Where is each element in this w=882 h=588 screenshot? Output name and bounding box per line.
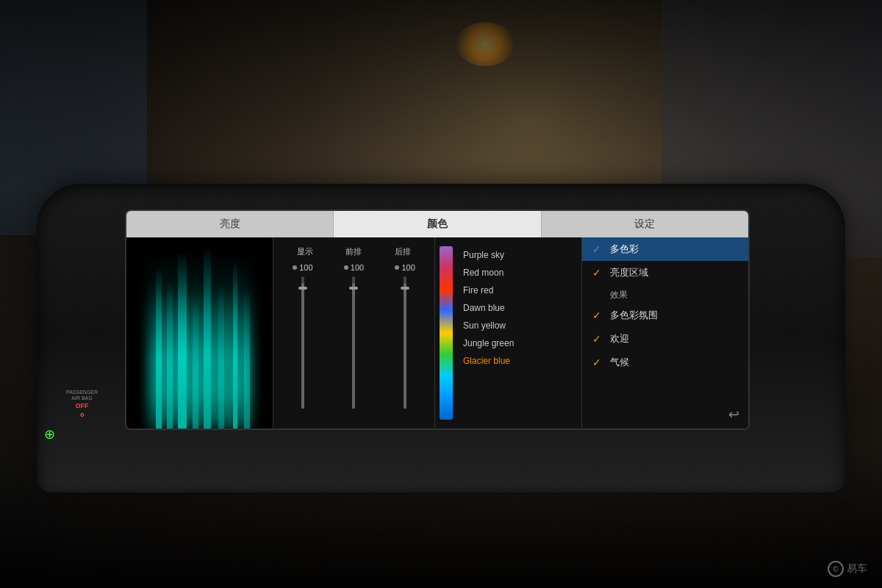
front-slider[interactable] <box>352 276 355 409</box>
color-item-jungle-green[interactable]: Jungle green <box>457 334 581 352</box>
color-item-glacier-blue[interactable]: Glacier blue <box>457 352 581 370</box>
streak-7 <box>233 259 237 429</box>
light-indicator: ⊕ <box>44 426 55 442</box>
brightness-header: 显示 前排 后排 <box>281 246 427 257</box>
brightness-panel: 显示 前排 后排 100 <box>273 237 435 429</box>
color-item-fire-red[interactable]: Fire red <box>457 282 581 299</box>
aurora-preview <box>126 237 273 429</box>
watermark-brand: 易车 <box>847 562 867 576</box>
top-vignette <box>0 0 882 191</box>
front-dot <box>344 265 348 270</box>
front-thumb <box>349 287 358 290</box>
settings-label-brightness-zone: 亮度区域 <box>610 266 648 279</box>
color-panel: Purple sky Red moon Fire red Dawn blue S… <box>435 237 582 429</box>
color-item-red-moon[interactable]: Red moon <box>457 264 581 282</box>
rear-fill <box>404 283 406 409</box>
content-area: 显示 前排 后排 100 <box>126 237 748 429</box>
streak-4 <box>193 296 198 429</box>
airbag-text-line2: AIR BAG <box>66 395 98 401</box>
settings-item-brightness-zone[interactable]: ✓ 亮度区域 <box>582 261 748 284</box>
settings-label-welcome: 欢迎 <box>610 332 629 345</box>
rear-thumb <box>401 287 409 290</box>
back-button[interactable]: ↩ <box>728 406 739 423</box>
rear-value: 100 <box>401 263 415 272</box>
tab-settings[interactable]: 设定 <box>542 211 748 237</box>
tab-color[interactable]: 颜色 <box>334 211 541 237</box>
light-icon: ⊕ <box>44 427 55 442</box>
streak-2 <box>167 282 173 429</box>
tab-bar: 亮度 颜色 设定 <box>126 211 748 237</box>
front-slider-col: 100 <box>344 263 364 409</box>
settings-item-climate[interactable]: ✓ 气候 <box>582 351 748 374</box>
rear-slider-col: 100 <box>395 263 415 409</box>
airbag-text-line1: PASSENGER <box>66 390 98 395</box>
aurora-streaks <box>126 237 273 429</box>
screen-container: 亮度 颜色 设定 <box>125 209 750 430</box>
front-value: 100 <box>351 263 364 272</box>
scene: 亮度 颜色 设定 <box>0 0 882 588</box>
streak-1 <box>156 267 162 429</box>
display-value: 100 <box>299 263 312 272</box>
settings-label-climate: 气候 <box>610 356 629 369</box>
check-climate: ✓ <box>592 356 604 368</box>
display-thumb <box>298 287 307 290</box>
display-slider[interactable] <box>301 276 304 409</box>
display-dot <box>293 265 297 270</box>
front-fill <box>352 283 355 409</box>
sliders-row: 100 100 <box>281 263 427 409</box>
settings-label-effect: 效果 <box>610 289 628 301</box>
rear-dot <box>395 265 399 270</box>
color-spectrum <box>440 246 453 420</box>
display-fill <box>301 283 304 409</box>
streak-5 <box>204 245 211 429</box>
color-item-purple-sky[interactable]: Purple sky <box>457 246 581 264</box>
settings-panel: ✓ 多色彩 ✓ 亮度区域 ✓ 效果 ✓ 多色彩氛围 <box>582 237 748 429</box>
settings-list: ✓ 多色彩 ✓ 亮度区域 ✓ 效果 ✓ 多色彩氛围 <box>582 237 748 374</box>
display-label: 显示 <box>297 246 313 257</box>
display-slider-col: 100 <box>293 263 312 409</box>
front-value-row: 100 <box>344 263 364 272</box>
check-welcome: ✓ <box>592 333 604 345</box>
rear-slider[interactable] <box>404 276 406 409</box>
streak-3 <box>178 252 187 429</box>
settings-label-multicolor: 多色彩 <box>610 243 639 256</box>
front-label: 前排 <box>345 246 362 257</box>
tab-brightness[interactable]: 亮度 <box>126 211 334 237</box>
watermark-circle: © <box>828 561 844 577</box>
display-value-row: 100 <box>293 263 312 272</box>
color-item-dawn-blue[interactable]: Dawn blue <box>457 299 581 317</box>
settings-item-multicolor[interactable]: ✓ 多色彩 <box>582 237 748 261</box>
rear-label: 后排 <box>395 246 411 257</box>
settings-item-welcome[interactable]: ✓ 欢迎 <box>582 327 748 351</box>
streak-6 <box>218 282 224 429</box>
settings-label-multicolor-atm: 多色彩氛围 <box>610 309 658 322</box>
streak-8 <box>244 289 250 429</box>
airbag-icon: ⚬ <box>66 409 98 421</box>
check-multicolor: ✓ <box>592 243 604 255</box>
color-list: Purple sky Red moon Fire red Dawn blue S… <box>457 243 581 423</box>
airbag-status: OFF <box>66 402 98 409</box>
rear-value-row: 100 <box>395 263 415 272</box>
check-brightness-zone: ✓ <box>592 267 604 279</box>
settings-item-multicolor-atm[interactable]: ✓ 多色彩氛围 <box>582 304 748 327</box>
color-item-sun-yellow[interactable]: Sun yellow <box>457 317 581 334</box>
watermark: © 易车 <box>828 561 867 577</box>
check-multicolor-atm: ✓ <box>592 309 604 321</box>
settings-section-effect: ✓ 效果 <box>582 284 748 304</box>
airbag-indicator: PASSENGER AIR BAG OFF ⚬ <box>66 390 98 421</box>
